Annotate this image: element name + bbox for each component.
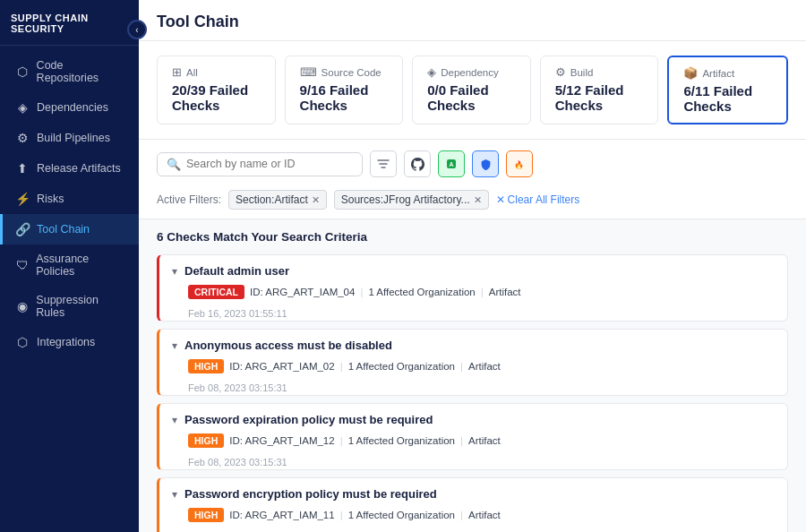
check-header-check-2: ▾ Anonymous access must be disabled — [159, 330, 787, 356]
check-date-check-2: Feb 08, 2023 03:15:31 — [159, 382, 787, 395]
expand-btn-check-2[interactable]: ▾ — [172, 339, 177, 352]
check-meta-check-4: HIGH ID: ARG_ART_IAM_11 | 1 Affected Org… — [159, 504, 787, 531]
filter-section[interactable]: Section:Artifact ✕ — [228, 190, 327, 210]
nav-icon-assurance-policies: 🛡 — [15, 258, 29, 272]
results-count: 6 Checks Match Your Search Criteria — [157, 230, 788, 244]
card-icon-dependency: ◈ — [427, 65, 436, 79]
card-icon-build: ⚙ — [555, 65, 566, 79]
nav-label-build-pipelines: Build Pipelines — [37, 132, 110, 144]
clear-x-icon: ✕ — [496, 193, 505, 206]
results-area: 6 Checks Match Your Search Criteria ▾ De… — [139, 219, 806, 532]
summary-cards: ⊞ All 20/39 Failed Checks ⌨ Source Code … — [139, 41, 806, 140]
card-dependency[interactable]: ◈ Dependency 0/0 Failed Checks — [412, 56, 531, 124]
page-title: Tool Chain — [157, 13, 788, 31]
card-build[interactable]: ⚙ Build 5/12 Failed Checks — [540, 56, 659, 124]
severity-badge-check-2: HIGH — [188, 359, 224, 373]
card-label-dependency: ◈ Dependency — [427, 65, 516, 79]
sidebar-item-integrations[interactable]: ⬡Integrations — [0, 327, 139, 357]
nav-label-dependencies: Dependencies — [37, 101, 108, 114]
nav-label-release-artifacts: Release Artifacts — [37, 162, 121, 175]
card-artifact[interactable]: 📦 Artifact 6/11 Failed Checks — [667, 56, 788, 124]
card-value-all: 20/39 Failed Checks — [172, 82, 261, 113]
sidebar-item-risks[interactable]: ⚡Risks — [0, 184, 139, 214]
sidebar-nav: ⬡Code Repositories◈Dependencies⚙Build Pi… — [0, 46, 139, 532]
card-value-build: 5/12 Failed Checks — [555, 82, 644, 113]
clear-all-label: Clear All Filters — [508, 193, 580, 206]
filter-sources-remove[interactable]: ✕ — [474, 194, 482, 206]
sep2-check-4: | — [460, 510, 463, 520]
shield-icon-btn[interactable] — [472, 150, 499, 177]
sep1-check-1: | — [360, 287, 363, 297]
check-title-check-3: Password expiration policy must be requi… — [184, 413, 775, 426]
card-value-source-code: 9/16 Failed Checks — [300, 82, 389, 113]
artifact-icon-btn[interactable]: A — [438, 150, 465, 177]
filters-row: Active Filters: Section:Artifact ✕ Sourc… — [139, 184, 806, 219]
tag-check-4: Artifact — [468, 510, 501, 520]
github-icon-btn[interactable] — [404, 150, 431, 177]
filter-button[interactable] — [370, 150, 397, 177]
nav-icon-tool-chain: 🔗 — [15, 222, 30, 236]
check-title-check-2: Anonymous access must be disabled — [184, 339, 775, 352]
nav-icon-build-pipelines: ⚙ — [15, 131, 30, 145]
nav-icon-risks: ⚡ — [15, 192, 30, 206]
check-id-check-1: ID: ARG_ART_IAM_04 — [250, 287, 355, 297]
svg-text:🔥: 🔥 — [514, 159, 524, 169]
nav-label-code-repositories: Code Repositories — [37, 59, 126, 84]
filter-section-remove[interactable]: ✕ — [312, 194, 320, 206]
sidebar: SuppLy CHaIN Security ⬡Code Repositories… — [0, 0, 139, 532]
card-icon-all: ⊞ — [172, 65, 182, 79]
sidebar-item-build-pipelines[interactable]: ⚙Build Pipelines — [0, 123, 139, 153]
severity-badge-check-3: HIGH — [188, 433, 224, 448]
check-meta-check-2: HIGH ID: ARG_ART_IAM_02 | 1 Affected Org… — [159, 356, 787, 382]
tag-check-3: Artifact — [468, 435, 501, 446]
sep1-check-3: | — [340, 435, 343, 446]
severity-badge-check-4: HIGH — [188, 508, 224, 522]
expand-btn-check-1[interactable]: ▾ — [172, 265, 177, 278]
nav-icon-dependencies: ◈ — [15, 100, 30, 115]
sidebar-collapse-button[interactable]: ‹ — [127, 20, 147, 39]
nav-label-suppression-rules: Suppression Rules — [36, 294, 126, 319]
sep2-check-3: | — [460, 435, 463, 446]
sep2-check-2: | — [460, 361, 463, 372]
check-item-check-4: ▾ Password encryption policy must be req… — [157, 477, 788, 532]
sidebar-item-tool-chain[interactable]: 🔗Tool Chain — [0, 214, 139, 245]
expand-btn-check-4[interactable]: ▾ — [172, 488, 177, 501]
card-value-dependency: 0/0 Failed Checks — [427, 82, 516, 113]
check-item-check-1: ▾ Default admin user CRITICAL ID: ARG_AR… — [157, 254, 788, 322]
expand-btn-check-3[interactable]: ▾ — [172, 414, 177, 426]
sidebar-item-assurance-policies[interactable]: 🛡Assurance Policies — [0, 245, 139, 286]
nav-label-assurance-policies: Assurance Policies — [36, 253, 126, 278]
tag-check-2: Artifact — [468, 361, 501, 372]
fire-icon-btn[interactable]: 🔥 — [506, 150, 533, 177]
card-icon-artifact: 📦 — [683, 66, 698, 80]
filters-label: Active Filters: — [157, 193, 221, 206]
search-box[interactable]: 🔍 — [157, 152, 363, 176]
check-list: ▾ Default admin user CRITICAL ID: ARG_AR… — [157, 254, 788, 532]
check-item-check-2: ▾ Anonymous access must be disabled HIGH… — [157, 329, 788, 396]
clear-all-button[interactable]: ✕ Clear All Filters — [496, 193, 580, 206]
card-all[interactable]: ⊞ All 20/39 Failed Checks — [157, 56, 276, 124]
nav-icon-integrations: ⬡ — [15, 335, 30, 349]
org-check-1: 1 Affected Organization — [368, 287, 475, 297]
card-source-code[interactable]: ⌨ Source Code 9/16 Failed Checks — [285, 56, 404, 124]
check-id-check-4: ID: ARG_ART_IAM_11 — [229, 510, 334, 520]
nav-label-tool-chain: Tool Chain — [37, 223, 90, 236]
filter-sources[interactable]: Sources:JFrog Artifactory... ✕ — [334, 190, 489, 210]
page-header: Tool Chain — [139, 0, 806, 41]
sidebar-item-dependencies[interactable]: ◈Dependencies — [0, 92, 139, 123]
card-label-artifact: 📦 Artifact — [683, 66, 772, 80]
nav-icon-suppression-rules: ◉ — [15, 299, 29, 313]
sep1-check-2: | — [340, 361, 343, 372]
card-label-source-code: ⌨ Source Code — [300, 65, 389, 79]
filter-sources-text: Sources:JFrog Artifactory... — [341, 193, 470, 206]
sidebar-item-code-repositories[interactable]: ⬡Code Repositories — [0, 51, 139, 92]
check-meta-check-1: CRITICAL ID: ARG_ART_IAM_04 | 1 Affected… — [159, 281, 787, 308]
check-item-check-3: ▾ Password expiration policy must be req… — [157, 403, 788, 470]
sidebar-item-release-artifacts[interactable]: ⬆Release Artifacts — [0, 153, 139, 184]
sep1-check-4: | — [340, 510, 343, 520]
toolbar: 🔍 A 🔥 — [139, 140, 806, 184]
card-label-build: ⚙ Build — [555, 65, 644, 79]
sidebar-item-suppression-rules[interactable]: ◉Suppression Rules — [0, 286, 139, 327]
sidebar-title: SuppLy CHaIN Security — [0, 0, 139, 46]
search-input[interactable] — [186, 158, 353, 170]
